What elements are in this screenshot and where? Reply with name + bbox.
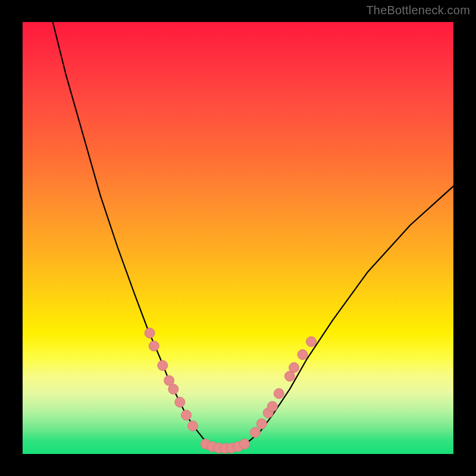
marker-dot bbox=[168, 384, 178, 394]
marker-dot bbox=[181, 410, 192, 420]
marker-dot bbox=[239, 439, 249, 449]
marker-dot bbox=[298, 350, 308, 360]
watermark-text: TheBottleneck.com bbox=[366, 4, 470, 17]
chart-frame: TheBottleneck.com bbox=[0, 0, 476, 476]
bottleneck-curve bbox=[53, 22, 453, 449]
marker-dot bbox=[267, 402, 277, 412]
left-arm-dots bbox=[145, 328, 198, 431]
marker-dot bbox=[274, 389, 284, 399]
curve-layer bbox=[23, 22, 453, 454]
valley-floor-dots bbox=[201, 439, 249, 453]
right-arm-dots bbox=[250, 337, 317, 438]
marker-dot bbox=[289, 362, 299, 372]
marker-dot bbox=[175, 397, 185, 407]
marker-dot bbox=[149, 341, 159, 351]
marker-dot bbox=[188, 421, 198, 431]
plot-area bbox=[23, 22, 453, 454]
marker-dot bbox=[158, 361, 168, 371]
marker-dot bbox=[145, 328, 155, 338]
marker-dot bbox=[250, 427, 261, 437]
marker-dot bbox=[256, 419, 267, 429]
marker-dot bbox=[306, 337, 317, 347]
